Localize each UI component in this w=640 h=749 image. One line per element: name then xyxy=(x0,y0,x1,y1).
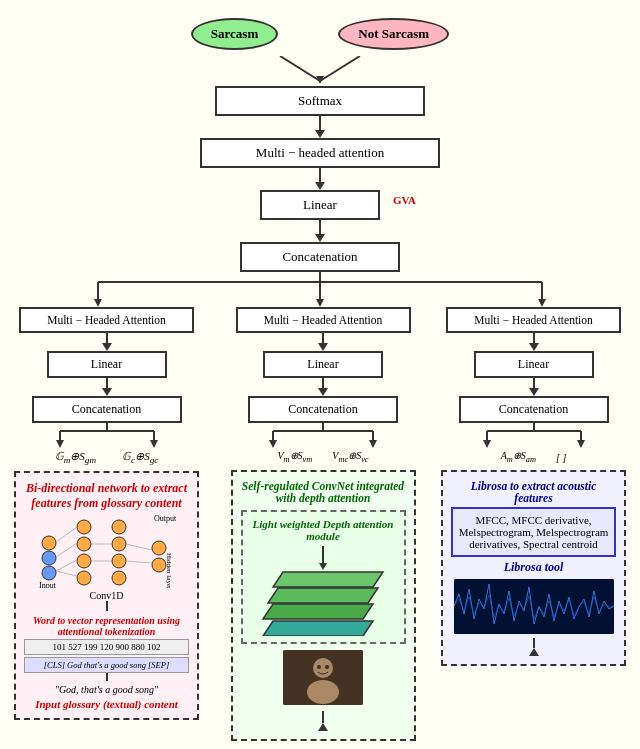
la1 xyxy=(102,343,112,351)
vector-title: Word to vector representation using atte… xyxy=(24,615,189,637)
diagram: Sarcasm Not Sarcasm Softmax Multi − head… xyxy=(0,0,640,749)
svg-line-37 xyxy=(56,543,77,557)
concatenation-box: Concatenation xyxy=(240,242,400,272)
svg-point-61 xyxy=(313,658,333,678)
not-sarcasm-node: Not Sarcasm xyxy=(338,18,449,50)
light-weighted-label: Light weighted Depth attention module xyxy=(249,518,398,542)
mid-sym2: Vmc⊕Svc xyxy=(332,450,368,464)
mid-inner-dashed: Light weighted Depth attention module xyxy=(241,510,406,644)
lc-conv xyxy=(106,601,108,611)
svg-marker-19 xyxy=(56,440,64,448)
mc2 xyxy=(322,378,324,388)
left-split-svg xyxy=(32,423,182,448)
svg-point-24 xyxy=(42,536,56,550)
svg-marker-47 xyxy=(318,388,328,396)
wave-svg xyxy=(454,579,614,634)
svg-marker-21 xyxy=(150,440,158,448)
svg-text:Input: Input xyxy=(39,581,57,588)
mid-dashed-box: Self-regulated ConvNet integrated with d… xyxy=(231,470,416,741)
left-sym1: 𝔾m⊕Sgm xyxy=(55,450,96,465)
wave-area xyxy=(454,579,614,634)
gva-label: GVA xyxy=(393,194,416,206)
arrow2 xyxy=(315,182,325,190)
lc1 xyxy=(106,333,108,343)
right-concat-box: Concatenation xyxy=(459,396,609,423)
three-columns: Multi − Headed Attention Linear Concaten… xyxy=(5,307,635,741)
svg-point-33 xyxy=(152,558,166,572)
svg-point-23 xyxy=(42,551,56,565)
svg-marker-65 xyxy=(318,723,328,731)
mid-linear-box: Linear xyxy=(263,351,383,378)
svg-point-27 xyxy=(77,537,91,551)
right-dashed-box: Librosa to extract acoustic features MFC… xyxy=(441,470,626,666)
arrow3 xyxy=(315,234,325,242)
top-arrows-svg xyxy=(220,56,420,86)
mha-top-box: Multi − headed attention xyxy=(200,138,440,168)
linear-top-box: Linear xyxy=(260,190,380,220)
mid-mha-box: Multi − Headed Attention xyxy=(236,307,411,333)
left-dashed-title: Bi-directional network to extract featur… xyxy=(24,481,189,511)
svg-marker-9 xyxy=(94,299,102,307)
rc1 xyxy=(533,333,535,343)
mid-sym1: Vm⊕Svm xyxy=(277,450,312,464)
ma1 xyxy=(318,343,328,351)
svg-line-1 xyxy=(320,56,360,81)
mc-up xyxy=(322,711,324,723)
right-symbols: Am⊕Sam [ ] xyxy=(501,450,567,464)
cls-row: [CLS] God that's a good song [SEP] xyxy=(24,657,189,673)
mid-dashed-title: Self-regulated ConvNet integrated with d… xyxy=(241,480,406,504)
svg-marker-73 xyxy=(577,440,585,448)
svg-point-26 xyxy=(77,554,91,568)
svg-marker-59 xyxy=(319,563,327,570)
svg-marker-4 xyxy=(315,182,325,190)
mid-concat-box: Concatenation xyxy=(248,396,398,423)
left-column: Multi − Headed Attention Linear Concaten… xyxy=(9,307,204,741)
svg-marker-66 xyxy=(529,343,539,351)
ra2 xyxy=(529,388,539,396)
svg-marker-13 xyxy=(538,299,546,307)
svg-marker-11 xyxy=(316,299,324,307)
svg-line-35 xyxy=(56,571,77,576)
mid-split-svg xyxy=(243,423,403,448)
svg-marker-46 xyxy=(318,343,328,351)
softmax-box: Softmax xyxy=(215,86,425,116)
neural-net-svg: Output Input Hidden layers xyxy=(29,513,184,588)
svg-point-30 xyxy=(112,554,126,568)
lc2 xyxy=(106,378,108,388)
svg-point-31 xyxy=(112,537,126,551)
person-image xyxy=(283,650,363,705)
sarcasm-node: Sarcasm xyxy=(191,18,278,50)
svg-point-32 xyxy=(112,520,126,534)
svg-line-42 xyxy=(126,544,152,550)
svg-text:Output: Output xyxy=(154,514,177,523)
svg-point-63 xyxy=(317,665,321,669)
svg-point-25 xyxy=(77,571,91,585)
right-sym2: [ ] xyxy=(556,452,566,463)
main-flow: Softmax Multi − headed attention Linear … xyxy=(5,56,635,272)
mid-column: Multi − Headed Attention Linear Concaten… xyxy=(218,307,428,741)
svg-point-64 xyxy=(325,665,329,669)
right-mha-box: Multi − Headed Attention xyxy=(446,307,621,333)
svg-point-34 xyxy=(152,541,166,555)
arrow1 xyxy=(315,130,325,138)
tokens-row: 101 527 199 120 900 880 102 xyxy=(24,639,189,655)
svg-marker-55 xyxy=(263,604,373,619)
svg-marker-67 xyxy=(529,388,539,396)
three-split-svg xyxy=(10,272,630,307)
right-column: Multi − Headed Attention Linear Concaten… xyxy=(436,307,631,741)
svg-point-28 xyxy=(77,520,91,534)
lc-arrow xyxy=(106,673,108,681)
svg-marker-15 xyxy=(102,388,112,396)
left-symbols: 𝔾m⊕Sgm 𝔾c⊕Sgc xyxy=(55,450,159,465)
svg-marker-54 xyxy=(263,621,373,636)
layers-svg xyxy=(258,546,388,636)
rc-up xyxy=(533,638,535,648)
person-svg xyxy=(283,650,363,705)
mc1 xyxy=(322,333,324,343)
la2 xyxy=(102,388,112,396)
connector1 xyxy=(319,116,321,130)
svg-marker-5 xyxy=(315,234,325,242)
svg-line-41 xyxy=(126,561,152,563)
svg-line-38 xyxy=(56,527,77,542)
svg-text:Hidden layers: Hidden layers xyxy=(165,553,173,588)
